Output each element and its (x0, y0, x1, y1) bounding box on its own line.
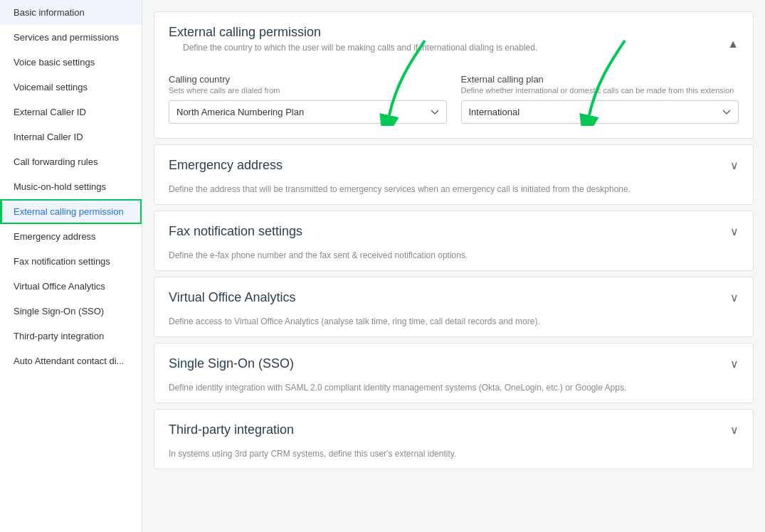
ecp-fields-row: Calling country Sets where calls are dia… (169, 74, 739, 124)
sidebar-item-fax-notification-settings[interactable]: Fax notification settings (0, 249, 142, 274)
single-sign-on-desc: Define identity integration with SAML 2.… (169, 383, 739, 393)
chevron-down-icon: ∨ (730, 159, 739, 172)
calling-country-sublabel: Sets where calls are dialed from (169, 86, 447, 95)
external-calling-plan-field: External calling plan Define whether int… (461, 74, 739, 124)
sidebar-item-services-and-permissions[interactable]: Services and permissions (0, 25, 142, 50)
single-sign-on-title: Single Sign-On (SSO) (169, 356, 294, 371)
main-content: External calling permission Define the c… (142, 0, 765, 532)
sidebar-item-music-on-hold-settings[interactable]: Music-on-hold settings (0, 174, 142, 199)
virtual-office-analytics-header[interactable]: Virtual Office Analytics ∨ (154, 277, 753, 315)
external-calling-permission-desc: Define the country to which the user wil… (183, 43, 537, 53)
single-sign-on-header[interactable]: Single Sign-On (SSO) ∨ (154, 344, 753, 381)
sidebar-item-voicemail-settings[interactable]: Voicemail settings (0, 75, 142, 100)
fax-notification-title: Fax notification settings (169, 224, 302, 239)
calling-country-select[interactable]: North America Numbering Plan Europe Asia… (169, 100, 447, 124)
chevron-down-icon: ∨ (730, 357, 739, 371)
chevron-up-icon: ▲ (727, 38, 739, 50)
emergency-address-card: Emergency address ∨ Define the address t… (154, 144, 754, 205)
sidebar-item-emergency-address[interactable]: Emergency address (0, 224, 142, 249)
chevron-down-icon: ∨ (730, 423, 739, 437)
sidebar: Basic information Services and permissio… (0, 0, 142, 532)
external-calling-permission-content: Calling country Sets where calls are dia… (154, 63, 753, 138)
emergency-address-desc: Define the address that will be transmit… (169, 184, 739, 194)
emergency-address-title: Emergency address (169, 158, 283, 173)
sidebar-item-basic-information[interactable]: Basic information (0, 0, 142, 25)
calling-country-label: Calling country (169, 74, 447, 85)
fax-notification-header[interactable]: Fax notification settings ∨ (154, 211, 753, 249)
third-party-integration-desc: In systems using 3rd party CRM systems, … (169, 449, 739, 459)
chevron-down-icon: ∨ (730, 225, 739, 238)
third-party-integration-card: Third-party integration ∨ In systems usi… (154, 409, 754, 469)
sidebar-item-third-party-integration[interactable]: Third-party integration (0, 324, 142, 349)
sidebar-item-external-caller-id[interactable]: External Caller ID (0, 100, 142, 124)
sidebar-item-voice-basic-settings[interactable]: Voice basic settings (0, 50, 142, 75)
virtual-office-analytics-desc: Define access to Virtual Office Analytic… (169, 316, 739, 326)
external-calling-plan-label: External calling plan (461, 74, 739, 85)
third-party-integration-header[interactable]: Third-party integration ∨ (154, 410, 753, 447)
sidebar-item-single-sign-on[interactable]: Single Sign-On (SSO) (0, 299, 142, 324)
external-calling-permission-card: External calling permission Define the c… (154, 11, 754, 139)
external-calling-permission-header[interactable]: External calling permission Define the c… (154, 12, 753, 63)
single-sign-on-card: Single Sign-On (SSO) ∨ Define identity i… (154, 343, 754, 403)
sidebar-item-call-forwarding-rules[interactable]: Call forwarding rules (0, 149, 142, 174)
external-calling-permission-title: External calling permission (169, 25, 552, 40)
sidebar-item-external-calling-permission[interactable]: External calling permission (0, 199, 142, 224)
external-calling-plan-sublabel: Define whether international or domestic… (461, 86, 739, 95)
virtual-office-analytics-title: Virtual Office Analytics (169, 290, 295, 305)
sidebar-item-virtual-office-analytics[interactable]: Virtual Office Analytics (0, 274, 142, 299)
sidebar-item-auto-attendant-contact[interactable]: Auto Attendant contact di... (0, 349, 142, 373)
fax-notification-card: Fax notification settings ∨ Define the e… (154, 211, 754, 271)
fax-notification-desc: Define the e-fax phone number and the fa… (169, 250, 739, 260)
calling-country-field: Calling country Sets where calls are dia… (169, 74, 447, 124)
third-party-integration-title: Third-party integration (169, 422, 294, 437)
sidebar-item-internal-caller-id[interactable]: Internal Caller ID (0, 124, 142, 149)
emergency-address-header[interactable]: Emergency address ∨ (154, 145, 753, 183)
chevron-down-icon: ∨ (730, 291, 739, 304)
external-calling-plan-select[interactable]: International Domestic None (461, 100, 739, 124)
virtual-office-analytics-card: Virtual Office Analytics ∨ Define access… (154, 277, 754, 337)
